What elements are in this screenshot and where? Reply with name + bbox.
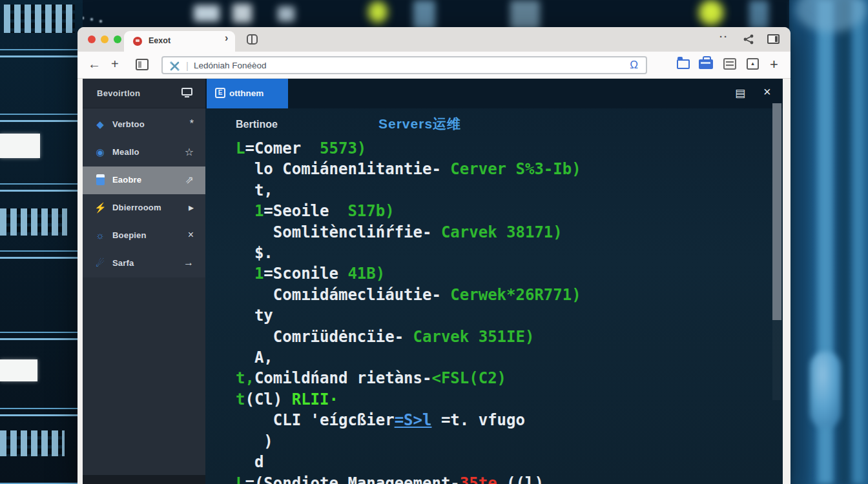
code-line: 1=Sconile 41B)	[236, 263, 581, 284]
code-segment: <FSL(C2)	[431, 369, 506, 387]
code-line: lo Comiánen1itantie- Cerver S%3-Ib)	[236, 159, 581, 179]
sidebar-lower-panel	[83, 277, 205, 484]
server-room-background-top	[0, 0, 868, 30]
address-text[interactable]: Ledóniah Fonéèod	[194, 61, 267, 70]
app-area: Bevoirtlon ◆Verbtoo*◉Meallo☆Eaobre⇗⚡Dbie…	[83, 79, 783, 484]
code-line: )	[236, 431, 581, 452]
code-segment: Somlitènclińŕfie-	[236, 223, 441, 241]
door-handle	[810, 352, 841, 428]
code-segment: ((l)	[497, 474, 544, 484]
briefcase-icon[interactable]	[699, 59, 713, 69]
code-segment: =	[245, 474, 254, 484]
asterisk-icon[interactable]: *	[190, 118, 194, 130]
star-icon[interactable]: ☆	[185, 146, 194, 158]
scrollbar-thumb[interactable]	[772, 103, 781, 320]
reader-omega-icon[interactable]: Ω	[630, 59, 638, 72]
code-line: 1=Seoile S17b)	[236, 201, 581, 221]
more-options-icon[interactable]: ··	[719, 31, 728, 42]
comet-icon: ☄	[94, 257, 106, 269]
sidebar-item-label: Verbtoo	[112, 119, 145, 129]
download-icon[interactable]: ▴	[747, 58, 759, 70]
tab-title: Eexot	[149, 36, 170, 45]
share-icon[interactable]	[743, 34, 754, 45]
diamond-icon: ◆	[94, 119, 106, 130]
sidebar-toggle-icon[interactable]	[136, 59, 149, 70]
browser-window: Eexot › ·· ← + | Ledóniah Fonéèod	[78, 27, 790, 484]
code-segment: ty	[236, 307, 273, 325]
section-label: Bertinoe	[236, 119, 278, 130]
caret-right-icon[interactable]: ▸	[189, 201, 194, 214]
add-icon[interactable]: +	[770, 56, 778, 73]
server-unit	[0, 414, 83, 484]
zoom-traffic-light[interactable]	[114, 35, 121, 43]
code-line: L=(Sondiote Manageement-35te ((l)	[236, 473, 581, 484]
close-icon[interactable]: ×	[188, 229, 194, 241]
target-icon: ◉	[94, 146, 106, 158]
list-menu-icon[interactable]: ▤	[735, 86, 745, 100]
server-door-background	[789, 0, 868, 484]
code-segment: =	[264, 202, 273, 220]
sidebar-item-boepien[interactable]: ☼Boepien×	[83, 222, 205, 250]
monitor-icon[interactable]	[181, 88, 192, 96]
tab-chevron-icon[interactable]: ›	[225, 32, 228, 44]
sidebar-item-verbtoo[interactable]: ◆Verbtoo*	[83, 111, 205, 139]
code-area[interactable]: L=Comer 5573) lo Comiánen1itantie- Cerve…	[236, 138, 581, 484]
sidebar-item-sarfa[interactable]: ☄Sarfa→	[83, 250, 205, 277]
arrow-up-right-icon[interactable]: ⇗	[185, 174, 194, 186]
code-segment	[236, 265, 254, 283]
screenshot-canvas: Eexot › ·· ← + | Ledóniah Fonéèod	[0, 0, 868, 484]
code-line: ty	[236, 305, 581, 326]
new-tab-icon[interactable]: +	[111, 57, 119, 72]
blurred-panel	[510, 0, 540, 30]
code-segment: Cerver S%3-Ib)	[450, 160, 581, 178]
server-unit	[0, 190, 83, 252]
status-led-yellow	[699, 0, 723, 26]
code-segment: t,	[236, 369, 254, 387]
blurred-light	[278, 6, 294, 22]
code-line: d	[236, 452, 581, 472]
browser-tab[interactable]: Eexot	[124, 31, 235, 52]
sidebar-item-meallo[interactable]: ◉Meallo☆	[83, 139, 205, 166]
status-led-green	[368, 1, 388, 23]
code-line: $.	[236, 243, 581, 263]
window-controls-icon[interactable]	[767, 34, 780, 44]
sidebar-item-dbierrooom[interactable]: ⚡Dbierrooom▸	[83, 194, 205, 222]
server-unit	[0, 338, 83, 409]
code-line: t,	[236, 180, 581, 201]
blurred-light	[194, 5, 220, 22]
code-line: t,Comildńand rietàns-<FSL(C2)	[236, 368, 581, 388]
address-bar[interactable]: | Ledóniah Fonéèod Ω	[161, 56, 647, 74]
code-segment: =	[264, 265, 273, 283]
code-link[interactable]: =	[395, 411, 404, 429]
code-segment: Carvek 38171)	[441, 223, 563, 241]
rack-label	[0, 359, 37, 381]
code-line: t(Cl) RLII·	[236, 389, 581, 410]
code-segment: L	[236, 139, 245, 157]
content-active-tab[interactable]: E otthnem	[207, 79, 288, 108]
code-segment: CLI 'eígcßier	[236, 411, 395, 429]
archive-icon[interactable]	[723, 58, 736, 70]
file-icon	[96, 174, 105, 185]
tab-overview-icon[interactable]	[247, 34, 258, 45]
arrow-right-icon[interactable]: →	[183, 257, 194, 268]
close-icon[interactable]: ×	[763, 85, 771, 99]
code-segment: =	[245, 139, 254, 157]
browser-toolbar: ← + | Ledóniah Fonéèod Ω ▴ +	[78, 52, 790, 79]
sidebar-item-eaobre[interactable]: Eaobre⇗	[83, 166, 205, 194]
sidebar-item-list: ◆Verbtoo*◉Meallo☆Eaobre⇗⚡Dbierrooom▸☼Boe…	[83, 111, 205, 277]
sidebar-bottom-strip	[83, 475, 205, 484]
back-icon[interactable]: ←	[88, 57, 101, 72]
code-segment: S17b)	[347, 202, 394, 220]
code-segment: Carvek 351IE)	[413, 328, 535, 346]
folder-icon[interactable]	[677, 59, 690, 69]
close-traffic-light[interactable]	[88, 35, 96, 43]
sidebar-item-label: Eaobre	[112, 175, 141, 185]
code-link[interactable]: S>l	[404, 411, 431, 429]
minimize-traffic-light[interactable]	[101, 35, 108, 43]
code-segment: t	[236, 390, 245, 408]
vent-grid	[0, 208, 67, 236]
address-separator: |	[186, 60, 189, 71]
server-unit	[0, 257, 83, 333]
code-segment: Comildńand rietàns-	[254, 369, 432, 387]
scrollbar-track[interactable]	[772, 103, 781, 400]
